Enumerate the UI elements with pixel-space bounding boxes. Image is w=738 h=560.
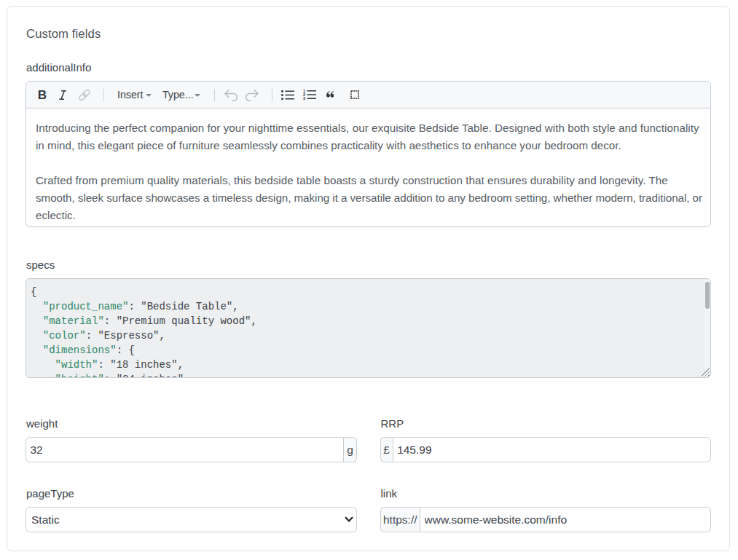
svg-text:3: 3 xyxy=(303,96,305,100)
